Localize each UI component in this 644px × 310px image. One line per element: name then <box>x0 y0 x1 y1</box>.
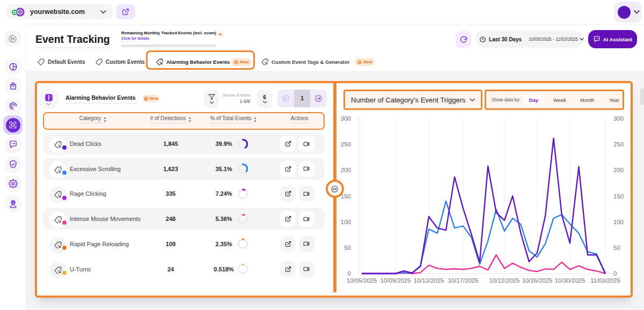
svg-text:100: 100 <box>341 219 351 225</box>
svg-text:10/09/2025: 10/09/2025 <box>380 277 411 284</box>
svg-text:50: 50 <box>613 245 620 251</box>
svg-text:0: 0 <box>348 270 351 277</box>
svg-text:10/13/2025: 10/13/2025 <box>414 277 444 284</box>
svg-text:10/17/2025: 10/17/2025 <box>448 277 479 284</box>
svg-text:10/22/2025: 10/22/2025 <box>489 277 520 284</box>
svg-text:10/30/2025: 10/30/2025 <box>555 277 586 284</box>
svg-text:10/26/2025: 10/26/2025 <box>522 277 553 284</box>
svg-text:100: 100 <box>613 219 624 225</box>
svg-text:200: 200 <box>341 167 351 173</box>
svg-text:250: 250 <box>613 141 624 147</box>
svg-text:250: 250 <box>341 141 351 147</box>
svg-text:0: 0 <box>613 270 617 277</box>
svg-text:150: 150 <box>613 193 624 200</box>
svg-text:50: 50 <box>344 245 351 251</box>
svg-text:200: 200 <box>613 167 624 173</box>
svg-text:300: 300 <box>613 115 624 122</box>
svg-text:10/05/2025: 10/05/2025 <box>347 277 377 284</box>
svg-text:11/03/2025: 11/03/2025 <box>590 277 620 284</box>
svg-text:300: 300 <box>341 115 351 122</box>
